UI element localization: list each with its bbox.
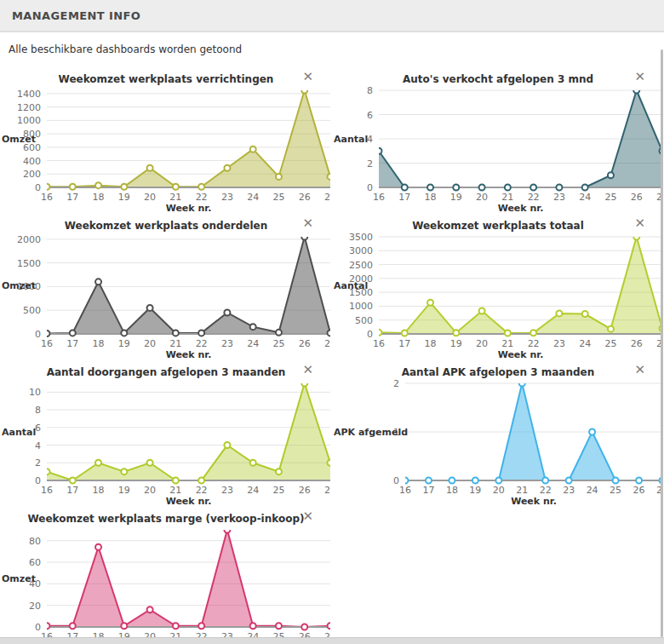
chart-title: Weekomzet werkplaats onderdelen (0, 214, 332, 232)
svg-text:27: 27 (324, 338, 330, 349)
svg-text:6: 6 (367, 110, 373, 121)
svg-text:25: 25 (272, 338, 284, 349)
svg-text:0: 0 (35, 475, 41, 486)
svg-text:22: 22 (196, 338, 208, 349)
svg-text:16: 16 (373, 192, 385, 203)
svg-text:16: 16 (373, 338, 385, 349)
area-chart-weekomzet-verrichtingen[interactable]: 0200400600800100012001400161718192021222… (0, 85, 330, 213)
page-header: MANAGEMENT INFO (0, 0, 664, 32)
close-icon[interactable]: ✕ (634, 364, 645, 377)
chart-title: Aantal APK afgelopen 3 maanden (332, 360, 664, 378)
charts-grid: Weekomzet werkplaats verrichtingen ✕ 020… (0, 67, 664, 644)
svg-text:16: 16 (41, 485, 53, 496)
svg-text:0: 0 (367, 329, 373, 340)
svg-text:19: 19 (450, 192, 462, 203)
close-icon[interactable]: ✕ (302, 71, 313, 83)
svg-text:2: 2 (393, 378, 399, 389)
svg-text:17: 17 (398, 338, 410, 349)
svg-text:24: 24 (579, 192, 591, 203)
svg-text:21: 21 (169, 485, 181, 496)
svg-text:0: 0 (35, 329, 41, 340)
svg-text:0: 0 (393, 475, 399, 486)
svg-text:18: 18 (425, 338, 437, 349)
svg-text:20: 20 (493, 485, 505, 496)
close-icon[interactable]: ✕ (302, 364, 313, 377)
svg-text:23: 23 (553, 338, 565, 349)
svg-text:25: 25 (272, 192, 284, 203)
close-icon[interactable]: ✕ (302, 217, 313, 230)
area-chart-apk[interactable]: 012161718192021222324252627Week nr.APK a… (332, 378, 662, 506)
svg-text:Aantal: Aantal (334, 280, 368, 291)
svg-text:4: 4 (35, 440, 41, 451)
svg-text:24: 24 (579, 338, 591, 349)
svg-text:21: 21 (169, 192, 181, 203)
svg-text:20: 20 (144, 485, 156, 496)
svg-text:Week nr.: Week nr. (498, 203, 544, 213)
chart-title: Aantal doorgangen afgelopen 3 maanden (0, 360, 332, 378)
svg-text:24: 24 (247, 192, 259, 203)
svg-text:20: 20 (144, 192, 156, 203)
area-chart-autos-verkocht[interactable]: 02468161718192021222324252627Week nr.Aan… (332, 85, 662, 213)
area-chart-doorgangen[interactable]: 0246810161718192021222324252627Week nr.A… (0, 378, 330, 506)
svg-text:16: 16 (399, 485, 411, 496)
svg-text:17: 17 (422, 485, 434, 496)
svg-text:24: 24 (247, 485, 259, 496)
svg-text:APK afgemeld: APK afgemeld (334, 427, 408, 438)
chart-card-weekomzet-onderdelen: Weekomzet werkplaats onderdelen ✕ 050010… (0, 214, 332, 360)
svg-text:20: 20 (144, 338, 156, 349)
svg-text:25: 25 (604, 338, 616, 349)
svg-text:26: 26 (299, 338, 311, 349)
svg-text:16: 16 (41, 192, 53, 203)
svg-text:23: 23 (553, 192, 565, 203)
svg-text:Omzet: Omzet (2, 573, 36, 584)
area-chart-weekomzet-onderdelen[interactable]: 0500100015002000161718192021222324252627… (0, 232, 330, 359)
svg-text:19: 19 (118, 192, 130, 203)
svg-text:17: 17 (398, 192, 410, 203)
close-icon[interactable]: ✕ (634, 71, 645, 83)
svg-text:19: 19 (118, 338, 130, 349)
page-title: MANAGEMENT INFO (12, 9, 140, 22)
svg-text:20: 20 (476, 338, 488, 349)
vertical-scrollbar[interactable] (661, 49, 663, 637)
chart-card-doorgangen: Aantal doorgangen afgelopen 3 maanden ✕ … (0, 360, 332, 507)
svg-text:17: 17 (66, 192, 78, 203)
close-icon[interactable]: ✕ (634, 217, 645, 230)
svg-text:24: 24 (587, 485, 598, 496)
svg-text:22: 22 (528, 338, 540, 349)
svg-text:Week nr.: Week nr. (498, 349, 544, 359)
svg-text:22: 22 (540, 485, 552, 496)
svg-text:26: 26 (299, 192, 311, 203)
horizontal-scrollbar[interactable] (0, 637, 664, 644)
svg-text:3000: 3000 (349, 245, 373, 256)
svg-text:1000: 1000 (17, 115, 41, 126)
chart-title: Weekomzet werkplaats verrichtingen (0, 67, 332, 85)
svg-text:18: 18 (93, 192, 105, 203)
svg-text:27: 27 (324, 485, 330, 496)
svg-text:21: 21 (516, 485, 528, 496)
svg-text:400: 400 (23, 156, 41, 167)
svg-text:21: 21 (169, 338, 181, 349)
svg-text:23: 23 (221, 338, 233, 349)
area-chart-weekomzet-marge[interactable]: 020406080161718192021222324252627Week nr… (0, 525, 330, 644)
chart-card-weekomzet-verrichtingen: Weekomzet werkplaats verrichtingen ✕ 020… (0, 67, 332, 214)
chart-title: Weekomzet werkplaats totaal (332, 214, 664, 232)
svg-text:25: 25 (610, 485, 621, 496)
svg-text:19: 19 (118, 485, 130, 496)
svg-text:24: 24 (247, 338, 259, 349)
svg-text:17: 17 (66, 338, 78, 349)
svg-text:18: 18 (446, 485, 458, 496)
svg-text:0: 0 (35, 182, 41, 193)
close-icon[interactable]: ✕ (302, 510, 313, 523)
svg-text:25: 25 (272, 485, 284, 496)
svg-text:80: 80 (29, 536, 41, 547)
svg-text:8: 8 (35, 405, 41, 416)
svg-text:Omzet: Omzet (2, 280, 36, 291)
area-chart-weekomzet-totaal[interactable]: 0500100015002000250030003500161718192021… (332, 232, 662, 359)
svg-text:21: 21 (501, 338, 513, 349)
svg-text:18: 18 (93, 485, 105, 496)
svg-text:16: 16 (41, 338, 53, 349)
svg-text:500: 500 (23, 305, 41, 316)
svg-text:18: 18 (425, 192, 437, 203)
svg-text:26: 26 (631, 338, 643, 349)
svg-text:200: 200 (23, 169, 41, 180)
